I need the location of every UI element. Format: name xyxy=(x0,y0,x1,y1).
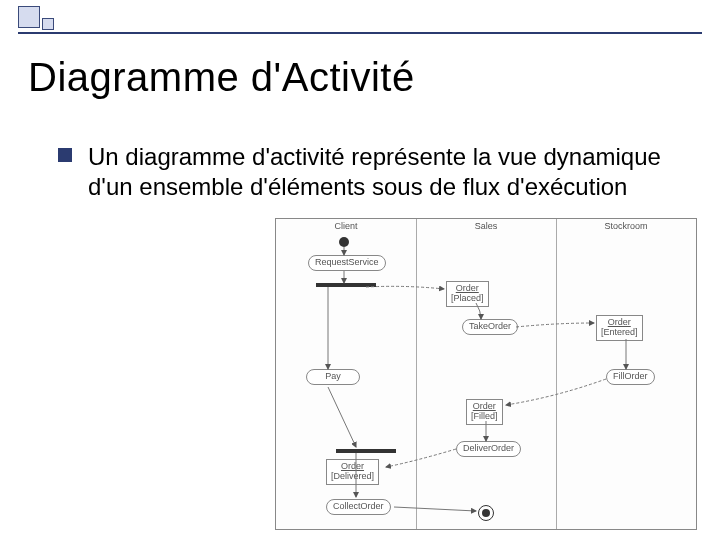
slide-title: Diagramme d'Activité xyxy=(28,55,415,100)
lane-sales: Sales xyxy=(416,221,556,231)
svg-line-5 xyxy=(328,387,356,447)
activity-fillorder: FillOrder xyxy=(606,369,655,385)
slide-rule xyxy=(18,32,702,34)
slide-corner-deco xyxy=(18,6,108,26)
join-bar xyxy=(336,449,396,453)
object-order-entered: Order [Entered] xyxy=(596,315,643,341)
bullet-icon xyxy=(58,148,72,162)
final-node xyxy=(478,505,494,521)
object-order-placed: Order [Placed] xyxy=(446,281,489,307)
lane-client: Client xyxy=(276,221,416,231)
lane-stockroom: Stockroom xyxy=(556,221,696,231)
fork-bar xyxy=(316,283,376,287)
slide-body: Un diagramme d'activité représente la vu… xyxy=(88,142,690,202)
activity-deliver: DeliverOrder xyxy=(456,441,521,457)
object-order-filled: Order [Filled] xyxy=(466,399,503,425)
activity-takeorder: TakeOrder xyxy=(462,319,518,335)
initial-node xyxy=(339,237,349,247)
activity-diagram: Client Sales Stockroom RequestService Or… xyxy=(275,218,697,530)
svg-line-7 xyxy=(394,507,476,511)
activity-pay: Pay xyxy=(306,369,360,385)
activity-request: RequestService xyxy=(308,255,386,271)
activity-collect: CollectOrder xyxy=(326,499,391,515)
object-order-delivered: Order [Delivered] xyxy=(326,459,379,485)
